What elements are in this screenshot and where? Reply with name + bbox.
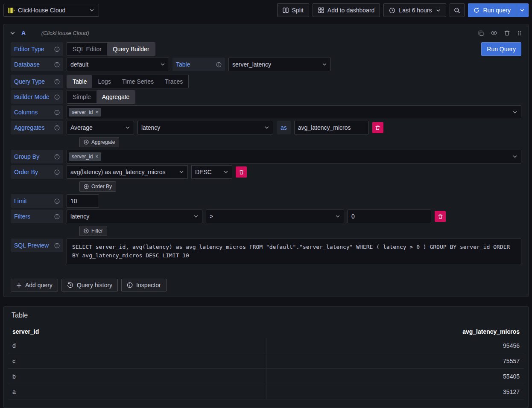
builder-mode-label: Builder Mode	[11, 90, 63, 104]
cell-avg-latency: 75557	[266, 353, 524, 368]
info-icon[interactable]	[54, 214, 60, 219]
collapse-query-button[interactable]	[8, 29, 17, 38]
run-query-button[interactable]: Run query	[468, 3, 516, 17]
info-icon[interactable]	[54, 79, 60, 85]
info-icon[interactable]	[54, 62, 60, 67]
info-icon[interactable]	[54, 154, 60, 160]
query-type-option-table[interactable]: Table	[67, 75, 92, 88]
remove-filter-button[interactable]	[435, 211, 446, 222]
run-query-inline-button[interactable]: Run Query	[481, 42, 521, 56]
add-aggregate-button[interactable]: Aggregate	[79, 137, 119, 147]
history-icon	[67, 282, 73, 289]
aggregate-alias-input[interactable]	[294, 121, 369, 134]
filter-column-select[interactable]: latency	[67, 210, 202, 223]
field-label-text: Table	[176, 61, 190, 68]
builder-mode-option-simple[interactable]: Simple	[67, 90, 96, 103]
group-by-multiselect[interactable]: server_id ×	[67, 150, 521, 163]
run-query-dropdown-button[interactable]	[516, 3, 529, 17]
add-aggregate-label: Aggregate	[91, 139, 115, 145]
filter-operator-select[interactable]: >	[206, 210, 344, 223]
query-type-option-traces[interactable]: Traces	[159, 75, 188, 88]
plus-icon	[16, 283, 22, 288]
query-type-option-time-series[interactable]: Time Series	[117, 75, 159, 88]
add-to-dashboard-label: Add to dashboard	[327, 7, 375, 14]
search-minus-icon	[454, 7, 460, 14]
info-icon[interactable]	[54, 125, 60, 131]
remove-order-by-button[interactable]	[236, 166, 247, 178]
field-label-text: Query Type	[14, 78, 45, 85]
add-to-dashboard-button[interactable]: Add to dashboard	[313, 3, 380, 17]
delete-query-button[interactable]	[504, 30, 510, 36]
inspector-label: Inspector	[136, 282, 161, 289]
toggle-visibility-eye-button[interactable]	[491, 29, 497, 36]
field-label-text: Editor Type	[14, 46, 44, 52]
editor-type-option-sql-editor[interactable]: SQL Editor	[67, 43, 107, 55]
add-order-by-label: Order By	[91, 184, 112, 189]
selected-group-by-chip: server_id ×	[69, 152, 101, 161]
field-label-text: SQL Preview	[14, 242, 49, 249]
info-icon[interactable]	[54, 169, 60, 175]
field-label-text: Filters	[14, 213, 30, 220]
query-ref-id[interactable]: A	[21, 29, 26, 36]
inspector-button[interactable]: Inspector	[121, 279, 167, 291]
field-label-text: Order By	[14, 169, 38, 175]
info-icon[interactable]	[216, 62, 222, 67]
time-range-picker[interactable]: Last 6 hours	[383, 3, 446, 17]
filter-value-input[interactable]	[348, 210, 431, 223]
table-select-value: server_latency	[232, 61, 271, 68]
column-header-avg-latency-micros[interactable]: avg_latency_micros	[266, 325, 524, 338]
chevron-down-icon	[160, 62, 165, 67]
chevron-down-icon	[335, 214, 340, 219]
columns-row: Columns server_id ×	[11, 105, 521, 119]
info-icon[interactable]	[54, 198, 60, 204]
info-icon[interactable]	[54, 110, 60, 115]
remove-icon[interactable]: ×	[95, 109, 98, 115]
info-icon[interactable]	[54, 243, 60, 248]
aggregate-function-select[interactable]: Average	[67, 121, 134, 134]
chevron-down-icon	[193, 214, 199, 219]
aggregate-column-value: latency	[141, 124, 160, 131]
sql-preview-text: SELECT server_id, avg(latency) as avg_la…	[67, 239, 521, 264]
info-icon[interactable]	[54, 94, 60, 100]
add-filter-row: Filter	[79, 226, 521, 236]
query-datasource-hint: (ClickHouse Cloud)	[41, 30, 89, 36]
chevron-down-icon	[322, 62, 327, 67]
drag-handle-grip-icon[interactable]	[517, 30, 522, 36]
limit-row: Limit	[11, 194, 521, 208]
query-history-button[interactable]: Query history	[61, 279, 118, 291]
add-order-by-button[interactable]: Order By	[79, 181, 116, 192]
sync-icon	[474, 7, 479, 13]
query-type-option-logs[interactable]: Logs	[92, 75, 116, 88]
query-type-toggle: Table Logs Time Series Traces	[67, 75, 189, 88]
editor-type-option-query-builder[interactable]: Query Builder	[107, 43, 155, 55]
builder-mode-row: Builder Mode Simple Aggregate	[11, 90, 521, 104]
plus-circle-icon	[84, 184, 89, 189]
order-by-direction-select[interactable]: DESC	[191, 165, 232, 179]
chevron-down-icon	[179, 169, 184, 175]
add-query-button[interactable]: Add query	[11, 279, 58, 291]
editor-type-label: Editor Type	[11, 42, 63, 56]
column-header-server-id[interactable]: server_id	[8, 325, 266, 338]
query-editor-footer: Add query Query history Inspector	[4, 266, 528, 297]
table-row: d 95456	[8, 338, 524, 353]
duplicate-query-button[interactable]	[478, 30, 484, 36]
remove-aggregate-button[interactable]	[372, 122, 383, 133]
explore-page: ClickHouse Cloud Split Add to dashboard …	[0, 0, 532, 408]
split-button[interactable]: Split	[277, 3, 309, 17]
database-select[interactable]: default	[67, 58, 169, 71]
add-filter-button[interactable]: Filter	[79, 226, 107, 236]
order-by-expression-select[interactable]: avg(latency) as avg_latency_micros	[67, 165, 188, 179]
datasource-picker[interactable]: ClickHouse Cloud	[3, 4, 99, 17]
remove-icon[interactable]: ×	[95, 154, 98, 160]
chevron-down-icon	[520, 8, 525, 13]
builder-mode-toggle: Simple Aggregate	[67, 90, 135, 104]
limit-input[interactable]	[67, 194, 99, 208]
columns-multiselect[interactable]: server_id ×	[67, 105, 521, 119]
query-builder-form: Editor Type SQL Editor Query Builder Run…	[4, 41, 528, 264]
builder-mode-option-aggregate[interactable]: Aggregate	[96, 90, 135, 103]
table-select[interactable]: server_latency	[228, 58, 331, 71]
aggregate-column-select[interactable]: latency	[137, 121, 273, 134]
results-table: server_id avg_latency_micros d 95456 c 7…	[8, 325, 524, 399]
zoom-out-button[interactable]	[450, 3, 465, 17]
info-icon[interactable]	[54, 47, 60, 52]
